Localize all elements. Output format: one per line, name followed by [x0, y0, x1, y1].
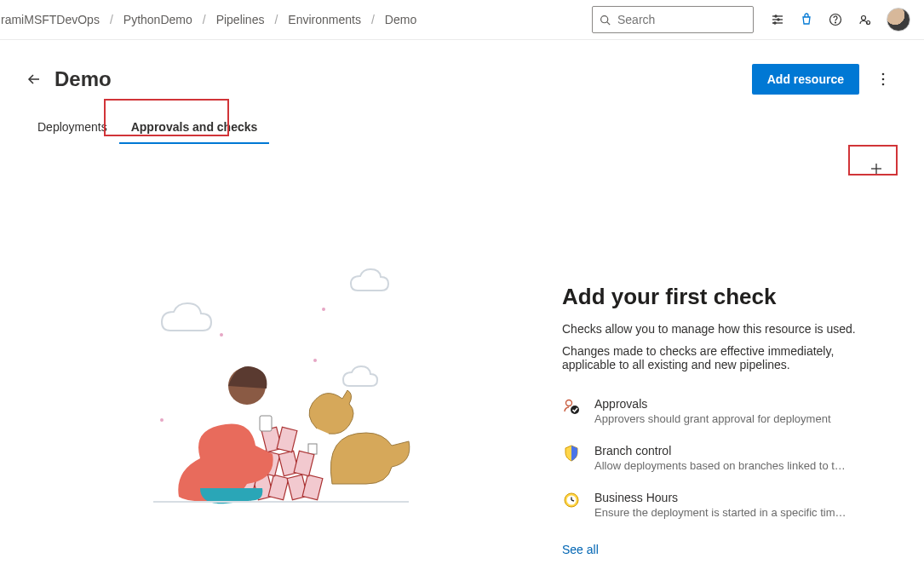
- approvals-icon: [562, 397, 581, 416]
- more-actions-button[interactable]: [868, 64, 898, 95]
- check-approvals[interactable]: Approvals Approvers should grant approva…: [562, 397, 890, 425]
- check-subtitle: Ensure the deployment is started in a sp…: [594, 506, 850, 519]
- svg-point-18: [160, 418, 164, 422]
- check-title: Branch control: [594, 444, 850, 458]
- empty-title: Add your first check: [562, 284, 890, 310]
- breadcrumb-pipelines[interactable]: Pipelines: [216, 13, 265, 26]
- add-resource-button[interactable]: Add resource: [752, 64, 859, 95]
- svg-point-36: [571, 406, 579, 414]
- breadcrumb-environments[interactable]: Environments: [288, 13, 361, 26]
- topbar-icons: [771, 8, 910, 32]
- check-list: Approvals Approvers should grant approva…: [562, 397, 890, 519]
- svg-point-16: [322, 308, 325, 311]
- search-icon: [600, 14, 611, 26]
- svg-point-17: [313, 359, 317, 362]
- empty-illustration: [34, 233, 562, 556]
- svg-point-4: [774, 22, 776, 24]
- page-header: Demo Add resource: [0, 40, 924, 103]
- svg-point-7: [862, 16, 866, 20]
- search-box[interactable]: [592, 6, 754, 33]
- check-title: Business Hours: [594, 491, 850, 504]
- breadcrumb-project[interactable]: PythonDemo: [123, 13, 192, 26]
- check-subtitle: Allow deployments based on branches link…: [594, 459, 850, 472]
- svg-point-15: [220, 333, 223, 337]
- svg-point-6: [835, 22, 836, 23]
- help-icon[interactable]: [829, 13, 842, 26]
- empty-info: Add your first check Checks allow you to…: [562, 233, 890, 556]
- svg-rect-29: [294, 451, 314, 476]
- marketplace-icon[interactable]: [800, 13, 813, 26]
- svg-point-3: [778, 19, 779, 20]
- shield-icon: [562, 444, 581, 463]
- back-icon[interactable]: [26, 71, 43, 88]
- svg-line-40: [571, 500, 574, 501]
- search-input[interactable]: [616, 12, 768, 27]
- check-business-hours[interactable]: Business Hours Ensure the deployment is …: [562, 491, 890, 519]
- tabs: Deployments Approvals and checks: [0, 103, 924, 144]
- clock-icon: [562, 491, 581, 509]
- svg-point-35: [566, 400, 572, 406]
- breadcrumb-org[interactable]: ramiMSFTDevOps: [1, 13, 100, 26]
- check-subtitle: Approvers should grant approval for depl…: [594, 412, 831, 425]
- empty-state: Add your first check Checks allow you to…: [0, 181, 924, 556]
- svg-rect-33: [260, 416, 272, 431]
- svg-rect-21: [268, 475, 289, 500]
- page-title: Demo: [55, 67, 752, 91]
- add-check-button[interactable]: [861, 156, 892, 181]
- svg-point-10: [882, 73, 885, 76]
- filter-icon[interactable]: [771, 13, 784, 26]
- settings-icon[interactable]: [858, 13, 871, 26]
- svg-point-12: [882, 83, 885, 86]
- top-bar: ramiMSFTDevOps/ PythonDemo/ Pipelines/ E…: [0, 0, 924, 40]
- svg-rect-31: [277, 427, 297, 452]
- svg-point-2: [775, 15, 777, 17]
- command-bar: [0, 144, 924, 181]
- breadcrumb: ramiMSFTDevOps/ PythonDemo/ Pipelines/ E…: [0, 13, 592, 26]
- svg-point-11: [882, 78, 885, 81]
- see-all: See all: [562, 543, 890, 556]
- breadcrumb-environment[interactable]: Demo: [385, 13, 416, 26]
- see-all-link[interactable]: See all: [562, 543, 599, 556]
- empty-desc-1: Checks allow you to manage how this reso…: [562, 322, 890, 336]
- svg-point-0: [601, 15, 608, 22]
- check-title: Approvals: [594, 397, 831, 411]
- svg-rect-23: [302, 475, 323, 500]
- check-branch-control[interactable]: Branch control Allow deployments based o…: [562, 444, 890, 472]
- tab-approvals-and-checks[interactable]: Approvals and checks: [119, 115, 270, 144]
- avatar[interactable]: [887, 8, 910, 32]
- empty-desc-2: Changes made to checks are effective imm…: [562, 344, 890, 371]
- svg-line-1: [607, 21, 610, 24]
- svg-rect-19: [308, 444, 317, 454]
- tab-deployments[interactable]: Deployments: [26, 115, 119, 144]
